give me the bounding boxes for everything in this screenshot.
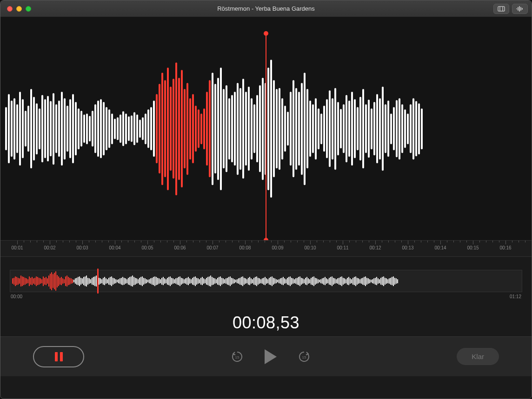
minimize-button[interactable] — [16, 6, 22, 12]
svg-text:15: 15 — [302, 355, 306, 360]
trim-button[interactable] — [493, 4, 509, 14]
overview-playhead[interactable] — [97, 268, 99, 294]
overview-bar — [380, 278, 381, 285]
waveform-bar — [371, 108, 372, 149]
overview-bar — [382, 277, 383, 285]
timeline-label: 00:01 — [11, 245, 23, 250]
overview-bar — [61, 277, 62, 285]
overview-bar — [343, 278, 344, 285]
waveform-bar — [25, 111, 27, 147]
waveform-bar — [306, 89, 308, 169]
waveform-area[interactable] — [0, 17, 532, 240]
timeline-label: 00:13 — [402, 245, 413, 250]
waveform-bar — [80, 111, 82, 147]
overview-bar — [170, 276, 171, 286]
waveform-bar — [309, 101, 311, 157]
waveform-bar — [226, 85, 227, 172]
waveform-bar — [27, 106, 29, 152]
overview-bar — [269, 278, 270, 285]
overview-bar — [106, 278, 106, 284]
overview-bar — [228, 277, 229, 285]
overview-bar — [101, 279, 102, 283]
overview-bar — [251, 278, 252, 284]
overview-bar — [107, 279, 108, 283]
overview-waveform[interactable] — [10, 270, 522, 292]
close-button[interactable] — [7, 6, 13, 12]
overview-bar — [33, 278, 34, 284]
overview-bar — [198, 278, 199, 284]
pause-record-button[interactable] — [33, 346, 84, 367]
waveform-bar — [301, 83, 303, 175]
waveform-bar — [147, 109, 149, 148]
waveform-bar — [131, 115, 133, 142]
waveform-bar — [11, 101, 13, 157]
overview-bar — [152, 278, 153, 285]
overview-bar — [299, 276, 300, 286]
timeline-label: 00:11 — [337, 245, 348, 250]
overview-bar — [191, 279, 192, 283]
done-button[interactable]: Klar — [457, 348, 499, 365]
waveform-bar — [290, 92, 292, 165]
skip-back-icon: 15 — [231, 350, 244, 363]
playhead[interactable] — [266, 33, 266, 240]
waveform-bar — [382, 87, 384, 170]
overview-bar — [253, 278, 254, 285]
overview-bar — [226, 278, 226, 284]
overview-bar — [276, 279, 277, 283]
waveform-bar — [209, 80, 211, 177]
play-button[interactable] — [265, 349, 277, 364]
overview-bar — [164, 278, 165, 284]
overview-bar — [361, 278, 362, 284]
waveform-bar — [337, 102, 339, 155]
overview-bar — [341, 276, 342, 286]
overview-bar — [242, 276, 243, 286]
overview-bar — [230, 276, 231, 286]
maximize-button[interactable] — [26, 6, 31, 12]
overview-bar — [334, 278, 335, 284]
waveform-bar — [5, 107, 7, 150]
overview-bar — [154, 276, 155, 286]
waveform-bar — [245, 92, 247, 165]
waveform-bar — [189, 98, 191, 159]
overview-bar — [156, 277, 157, 285]
overview-bar — [246, 279, 247, 283]
waveform-bar — [41, 95, 43, 162]
waveform-bar — [184, 89, 186, 169]
waveform-bar — [44, 99, 46, 158]
overview-bar — [89, 278, 90, 284]
overview-bar — [110, 277, 111, 285]
enhance-button[interactable] — [512, 4, 528, 14]
playback-controls: 15 15 — [230, 349, 311, 364]
overview-bar — [241, 277, 242, 285]
skip-back-button[interactable]: 15 — [230, 350, 244, 364]
waveform-bar — [195, 106, 197, 152]
overview-bar — [301, 278, 302, 285]
overview-bar — [40, 278, 41, 284]
overview-bar — [364, 277, 365, 285]
timeline[interactable]: 00:0100:0200:0300:0400:0500:0600:0700:08… — [0, 240, 532, 257]
waveform-bar — [253, 104, 255, 153]
overview-bar — [235, 280, 236, 282]
waveform-bar — [332, 98, 333, 159]
waveform-bar — [323, 106, 325, 152]
waveform-bar — [108, 109, 110, 148]
timeline-label: 00:15 — [467, 245, 479, 250]
waveform-bar — [173, 78, 174, 179]
overview-bar — [15, 276, 16, 286]
window-title: Röstmemon - Yerba Buena Gardens — [0, 5, 532, 12]
overview-bar — [142, 276, 143, 286]
waveform-bar — [368, 99, 370, 157]
skip-forward-button[interactable]: 15 — [297, 350, 311, 364]
waveform-bar — [217, 78, 219, 180]
overview-bar — [375, 278, 376, 285]
waveform-bar — [58, 101, 60, 157]
waveform-bar — [142, 118, 144, 140]
waveform-bar — [312, 104, 314, 153]
overview-bar — [396, 278, 397, 284]
overview-bar — [203, 278, 204, 284]
waveform-bar — [220, 67, 222, 190]
overview-bar — [64, 279, 65, 283]
overview-bar — [365, 276, 366, 286]
overview-bar — [227, 278, 228, 285]
overview-bar — [75, 278, 76, 284]
